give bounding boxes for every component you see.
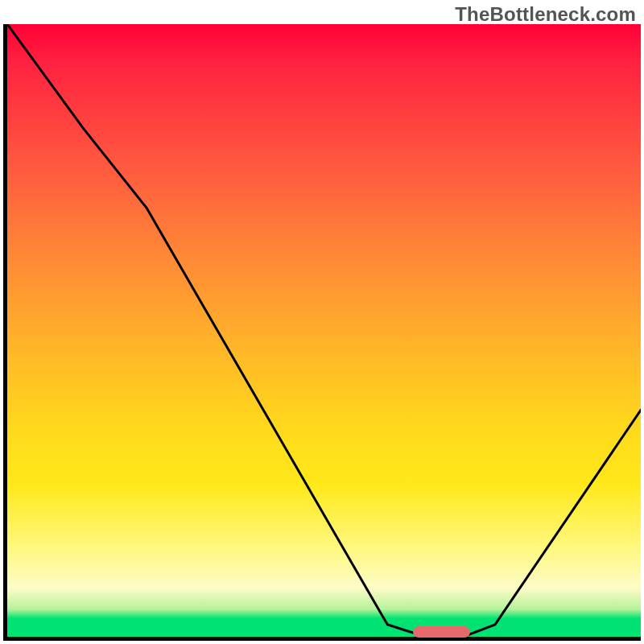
chart-canvas: TheBottleneck.com [0,0,644,644]
watermark-text: TheBottleneck.com [455,3,636,26]
optimal-range-marker [413,626,470,638]
bottleneck-curve [7,24,641,637]
plot-area [3,24,641,641]
